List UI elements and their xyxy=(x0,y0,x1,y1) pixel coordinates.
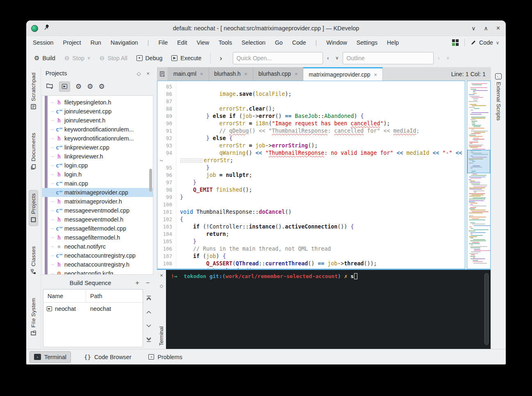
code-line[interactable]: } xyxy=(176,164,465,172)
editor-tab[interactable]: blurhash.cpp× xyxy=(253,67,304,81)
code-area[interactable]: image.save(localFile); errorStr.clear();… xyxy=(176,81,465,269)
code-line[interactable]: } else if (job->error() == BaseJob::Aban… xyxy=(176,113,465,120)
dock-tab-external-scripts[interactable]: ›_ External Scripts xyxy=(494,70,503,124)
open-configuration-icon[interactable] xyxy=(46,83,54,91)
move-bottom-button[interactable] xyxy=(146,337,152,342)
build-button[interactable]: ⚙Build xyxy=(30,53,59,63)
remove-build-item-button[interactable]: − xyxy=(146,279,150,287)
nav-back-button[interactable]: ‹ xyxy=(325,55,331,61)
quick-open-input[interactable] xyxy=(233,52,323,64)
menu-navigation[interactable]: Navigation xyxy=(111,39,138,46)
float-panel-icon[interactable]: ◇ xyxy=(136,70,141,77)
move-top-button[interactable] xyxy=(146,296,152,301)
code-line[interactable]: } xyxy=(176,194,465,201)
project-filter-icon[interactable]: ⚙ xyxy=(99,83,105,90)
menu-window[interactable]: Window xyxy=(326,39,347,46)
tree-item[interactable]: hjoinrulesevent.h xyxy=(42,116,153,125)
code-line[interactable]: // Runs in the main thread, not QML thre… xyxy=(176,245,465,253)
code-line[interactable]: errorStr; xyxy=(176,157,465,164)
tree-item[interactable]: ⚙neochatconfig.kcfg xyxy=(42,269,153,275)
tree-item[interactable]: hfiletypesingleton.h xyxy=(42,98,153,107)
menu-session[interactable]: Session xyxy=(33,39,53,46)
tree-scrollbar[interactable] xyxy=(149,169,152,192)
tree-item[interactable]: ≡neochat.notifyrc xyxy=(42,242,153,251)
tab-close-icon[interactable]: × xyxy=(244,71,248,77)
tree-item[interactable]: hmessagefiltermodel.h xyxy=(42,233,153,242)
code-line[interactable]: errorStr = job->errorString(); xyxy=(176,142,465,149)
code-line[interactable]: if (!Controller::instance().activeConnec… xyxy=(176,223,465,231)
editor-view[interactable]: 85868788899091929394↪9596979899100101102… xyxy=(157,81,491,269)
expand-toolbar-icon[interactable]: › xyxy=(216,54,226,63)
editor-tab[interactable]: blurhash.h× xyxy=(209,67,253,81)
tree-item[interactable]: hkeywordnotificationrulem... xyxy=(42,134,153,143)
menu-edit[interactable]: Edit xyxy=(177,39,187,46)
dock-tab-classes[interactable]: Classes xyxy=(29,243,38,278)
statusbar-code-browser-button[interactable]: {} Code Browser xyxy=(80,352,135,362)
code-line[interactable]: void ThumbnailResponse::doCancel() xyxy=(176,208,465,216)
move-down-button[interactable] xyxy=(146,324,152,328)
column-header-path[interactable]: Path xyxy=(86,293,102,299)
settings-gear-icon[interactable]: ⚙ xyxy=(75,83,82,90)
menu-file[interactable]: File xyxy=(158,39,168,46)
code-line[interactable]: // qDebug() << "ThumbnailResponse: cance… xyxy=(176,127,465,135)
tree-item[interactable]: c++neochataccountregistry.cpp xyxy=(42,251,153,260)
statusbar-terminal-button[interactable]: › Terminal xyxy=(30,351,71,363)
minimap-viewport[interactable] xyxy=(467,150,490,173)
detach-terminal-icon[interactable]: ◇ xyxy=(160,283,163,289)
tree-item[interactable]: c++login.cpp xyxy=(42,161,153,170)
code-line[interactable] xyxy=(176,98,465,105)
execute-button[interactable]: ▶Execute xyxy=(168,53,205,63)
editor-tab[interactable]: main.qml× xyxy=(168,67,209,81)
code-line[interactable]: errorStr.clear(); xyxy=(176,105,465,113)
editor-tab[interactable]: matriximageprovider.cpp× xyxy=(303,67,383,81)
document-list-icon[interactable] xyxy=(157,67,168,81)
nav-dropdown-button[interactable]: ∨ xyxy=(333,55,341,61)
code-line[interactable]: job = nullptr; xyxy=(176,172,465,179)
column-header-name[interactable]: Name xyxy=(43,290,86,302)
tab-close-icon[interactable]: × xyxy=(200,71,203,77)
menu-code[interactable]: Code xyxy=(292,39,306,46)
tree-item[interactable]: c++keywordnotificationrulem... xyxy=(42,125,153,134)
code-line[interactable]: } xyxy=(176,179,465,186)
build-items-toggle[interactable]: ▶ xyxy=(59,81,70,92)
code-line[interactable]: } xyxy=(176,238,465,245)
terminal-console[interactable]: !→ tokodon git:(work/carl/remember-selec… xyxy=(166,270,491,349)
code-line[interactable]: return; xyxy=(176,231,465,238)
reload-projects-icon[interactable]: ⚙ xyxy=(87,83,93,90)
close-terminal-icon[interactable]: × xyxy=(160,272,163,278)
tree-item[interactable]: c++matriximageprovider.cpp xyxy=(42,188,153,197)
maximize-button[interactable]: ∧ xyxy=(484,25,488,32)
dock-tab-file-system[interactable]: File System xyxy=(29,295,38,339)
dock-tab-scratchpad[interactable]: Scratchpad xyxy=(29,70,38,113)
menu-selection[interactable]: Selection xyxy=(241,39,265,46)
code-line[interactable] xyxy=(176,201,465,208)
tree-item[interactable]: c++linkpreviewer.cpp xyxy=(42,143,153,152)
terminal-scrollbar[interactable] xyxy=(484,273,489,345)
outline-input[interactable] xyxy=(343,52,434,64)
area-switcher-icon[interactable] xyxy=(452,39,459,46)
nav-forward-dropdown-button[interactable]: ∨ xyxy=(444,55,452,61)
code-line[interactable]: job->abandon(); xyxy=(176,267,465,269)
tree-item[interactable]: hmatriximageprovider.h xyxy=(42,197,153,206)
tree-item[interactable]: c++joinrulesevent.cpp xyxy=(42,107,153,116)
tree-item[interactable]: hneochataccountregistry.h xyxy=(42,260,153,269)
table-row[interactable]: ▶neochat neochat xyxy=(43,303,143,315)
menu-help[interactable]: Help xyxy=(387,39,399,46)
code-line[interactable]: if (job) { xyxy=(176,253,465,260)
menu-run[interactable]: Run xyxy=(91,39,101,46)
tree-item[interactable]: hlogin.h xyxy=(42,170,153,179)
tree-item[interactable]: c++main.cpp xyxy=(42,179,153,188)
close-panel-icon[interactable]: × xyxy=(146,70,150,77)
stop-button[interactable]: ⊖Stop∨ xyxy=(61,53,94,63)
code-line[interactable]: qWarning() << "ThumbnailResponse: no val… xyxy=(176,149,465,157)
menu-view[interactable]: View xyxy=(197,39,209,46)
add-build-item-button[interactable]: + xyxy=(135,279,139,287)
dock-tab-projects[interactable]: Projects xyxy=(29,190,38,226)
code-line[interactable]: Q_ASSERT(QThread::currentThread() == job… xyxy=(176,260,465,267)
tab-close-icon[interactable]: × xyxy=(374,72,377,78)
code-line[interactable]: errorStr = i18n("Image request has been … xyxy=(176,120,465,127)
menu-settings[interactable]: Settings xyxy=(357,39,377,46)
tree-item[interactable]: c++messagefiltermodel.cpp xyxy=(42,224,153,233)
move-up-button[interactable] xyxy=(146,310,152,314)
code-line[interactable]: { xyxy=(176,216,465,223)
